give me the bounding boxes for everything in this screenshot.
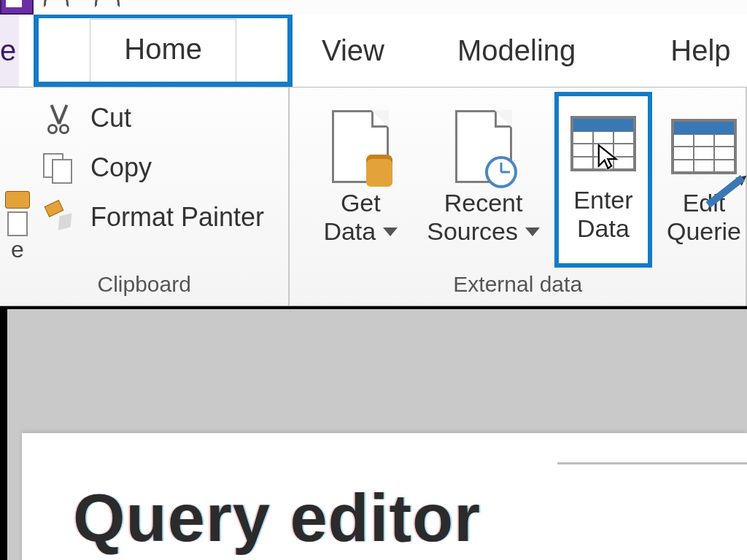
copy-label: Copy: [90, 152, 152, 183]
enter-data-button[interactable]: Enter Data: [554, 92, 652, 268]
group-clipboard-label: Clipboard: [0, 268, 288, 306]
divider: [557, 462, 747, 464]
tab-modeling-label: Modeling: [457, 34, 576, 67]
get-data-icon: [332, 110, 389, 183]
table-icon: [570, 116, 636, 171]
tab-modeling[interactable]: Modeling: [414, 15, 619, 87]
report-canvas[interactable]: Query editor: [0, 306, 747, 560]
ribbon: e Cut: [0, 88, 747, 306]
scissors-icon: [42, 104, 75, 133]
left-rail: [0, 306, 7, 560]
recent-sources-label-2: Sources: [427, 218, 518, 245]
paste-label: e: [11, 236, 24, 263]
recent-sources-icon: [455, 110, 512, 183]
group-external-data: Get Data Recent Sources: [290, 88, 747, 306]
edit-queries-label-2: Querie: [667, 218, 741, 245]
tab-home-label: Home: [124, 33, 202, 65]
cut-label: Cut: [90, 103, 131, 133]
recent-sources-button[interactable]: Recent Sources: [412, 92, 554, 268]
tab-view[interactable]: View: [293, 15, 414, 87]
cut-button[interactable]: Cut: [39, 102, 285, 134]
paste-button[interactable]: e: [0, 95, 35, 268]
tab-help[interactable]: Help: [619, 15, 747, 87]
format-painter-label: Format Painter: [90, 202, 264, 233]
document-page: Query editor: [22, 433, 747, 560]
tab-home[interactable]: Home: [34, 15, 293, 87]
edit-queries-icon: [671, 119, 737, 174]
quick-access-toolbar: [0, 0, 747, 15]
ribbon-tabs: e Home View Modeling Help: [0, 15, 747, 88]
redo-button[interactable]: [95, 0, 120, 7]
enter-data-label-1: Enter: [573, 187, 632, 214]
get-data-button[interactable]: Get Data: [309, 92, 412, 268]
clipboard-icon: [5, 191, 30, 209]
save-icon[interactable]: [0, 0, 34, 15]
page-icon: [7, 211, 28, 236]
undo-button[interactable]: [44, 0, 69, 7]
format-painter-button[interactable]: Format Painter: [39, 201, 285, 233]
copy-icon: [42, 152, 75, 184]
copy-button[interactable]: Copy: [39, 152, 285, 184]
get-data-label-2: Data: [323, 218, 376, 245]
tab-file[interactable]: e: [0, 15, 19, 87]
group-external-label: External data: [290, 268, 746, 306]
page-title: Query editor: [73, 480, 696, 556]
tab-view-label: View: [322, 34, 384, 67]
chevron-down-icon: [383, 228, 398, 236]
edit-queries-button[interactable]: Edit Querie: [652, 92, 746, 268]
chevron-down-icon: [525, 228, 540, 236]
tab-file-label: e: [0, 34, 16, 67]
group-clipboard: e Cut: [0, 88, 290, 306]
get-data-label-1: Get: [341, 190, 381, 217]
enter-data-label-2: Data: [577, 215, 630, 242]
tab-help-label: Help: [670, 34, 730, 67]
paintbrush-icon: [42, 201, 75, 233]
recent-sources-label-1: Recent: [444, 190, 523, 217]
